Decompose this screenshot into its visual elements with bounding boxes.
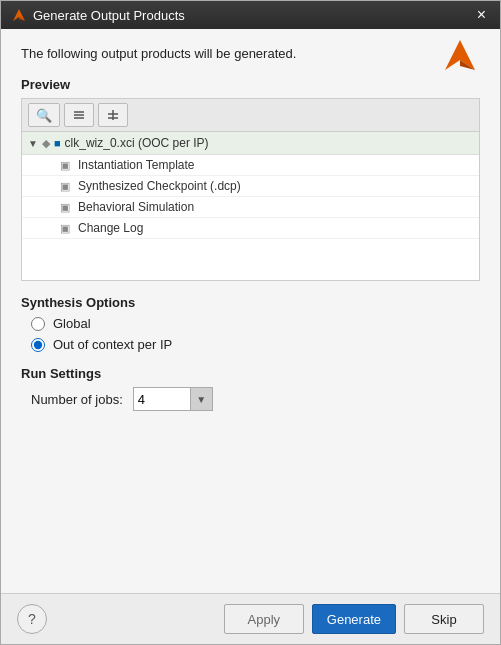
dialog-body: The following output products will be ge…: [1, 29, 500, 593]
expand-icon: [106, 108, 120, 122]
title-bar-left: Generate Output Products: [11, 7, 185, 23]
generate-output-dialog: Generate Output Products × The following…: [0, 0, 501, 645]
radio-global-label: Global: [53, 316, 91, 331]
vivado-icon: [11, 7, 27, 23]
tree-item-icon-2: ▣: [58, 180, 72, 193]
search-button[interactable]: 🔍: [28, 103, 60, 127]
jobs-row: Number of jobs: 1 2 3 4 5 6 7 8 ▼: [21, 387, 480, 411]
radio-global-input[interactable]: [31, 317, 45, 331]
synthesis-title: Synthesis Options: [21, 295, 480, 310]
close-button[interactable]: ×: [473, 7, 490, 23]
title-bar: Generate Output Products ×: [1, 1, 500, 29]
tree-item-label-1: Instantiation Template: [78, 158, 195, 172]
tree-item-label-4: Change Log: [78, 221, 143, 235]
tree-item-icon-3: ▣: [58, 201, 72, 214]
apply-button[interactable]: Apply: [224, 604, 304, 634]
tree-item-label-3: Behavioral Simulation: [78, 200, 194, 214]
run-settings-section: Run Settings Number of jobs: 1 2 3 4 5 6…: [21, 366, 480, 411]
radio-ooc[interactable]: Out of context per IP: [31, 337, 480, 352]
help-button[interactable]: ?: [17, 604, 47, 634]
radio-global[interactable]: Global: [31, 316, 480, 331]
xci-icon: ■: [54, 137, 61, 149]
tree-item-label-2: Synthesized Checkpoint (.dcp): [78, 179, 241, 193]
skip-button[interactable]: Skip: [404, 604, 484, 634]
synthesis-options: Global Out of context per IP: [21, 316, 480, 352]
radio-ooc-input[interactable]: [31, 338, 45, 352]
tree-root-label: clk_wiz_0.xci (OOC per IP): [65, 136, 209, 150]
jobs-dropdown-arrow[interactable]: ▼: [190, 388, 212, 410]
collapse-all-button[interactable]: [64, 103, 94, 127]
preview-section: Preview 🔍: [21, 77, 480, 281]
tree-item: ▣ Change Log: [22, 218, 479, 239]
dialog-title: Generate Output Products: [33, 8, 185, 23]
intro-text: The following output products will be ge…: [21, 46, 296, 61]
generate-button[interactable]: Generate: [312, 604, 396, 634]
jobs-select-wrapper: 1 2 3 4 5 6 7 8 ▼: [133, 387, 213, 411]
preview-tree[interactable]: ▼ ◆ ■ clk_wiz_0.xci (OOC per IP) ▣ Insta…: [21, 131, 480, 281]
collapse-icon: [72, 108, 86, 122]
tree-item: ▣ Instantiation Template: [22, 155, 479, 176]
svg-marker-0: [13, 9, 25, 21]
tree-root-item[interactable]: ▼ ◆ ■ clk_wiz_0.xci (OOC per IP): [22, 132, 479, 155]
expand-all-button[interactable]: [98, 103, 128, 127]
tree-expand-icon[interactable]: ▼: [28, 138, 38, 149]
tree-item: ▣ Synthesized Checkpoint (.dcp): [22, 176, 479, 197]
tree-item-icon-4: ▣: [58, 222, 72, 235]
brand-logo: [440, 35, 480, 75]
run-settings-title: Run Settings: [21, 366, 480, 381]
preview-toolbar: 🔍: [21, 98, 480, 131]
preview-title: Preview: [21, 77, 480, 92]
jobs-label: Number of jobs:: [31, 392, 123, 407]
synthesis-section: Synthesis Options Global Out of context …: [21, 295, 480, 352]
tree-item-icon-1: ▣: [58, 159, 72, 172]
tree-item: ▣ Behavioral Simulation: [22, 197, 479, 218]
tree-folder-icon: ◆: [42, 137, 50, 150]
dialog-footer: ? Apply Generate Skip: [1, 593, 500, 644]
jobs-select[interactable]: 1 2 3 4 5 6 7 8: [134, 392, 190, 407]
intro-section: The following output products will be ge…: [21, 45, 480, 63]
radio-ooc-label: Out of context per IP: [53, 337, 172, 352]
